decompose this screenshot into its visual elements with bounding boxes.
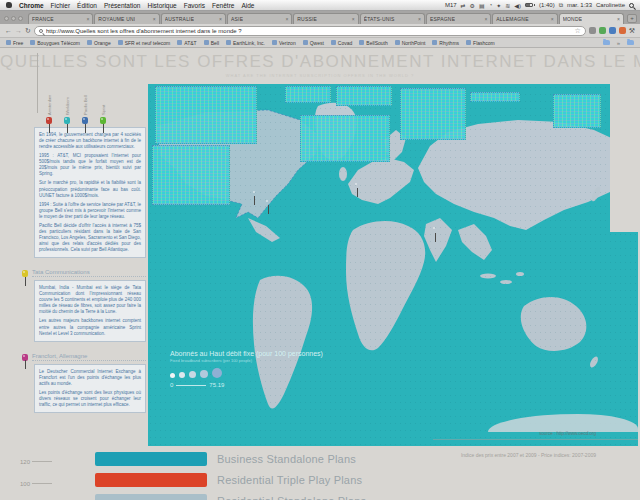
- intro-paragraph: 1994 : Suite à l'offre de service lancée…: [39, 202, 141, 220]
- menu-item[interactable]: Fichier: [51, 2, 71, 9]
- tab-close-icon[interactable]: ×: [551, 16, 554, 22]
- bookmark-item[interactable]: SFR et neuf telecom: [118, 40, 171, 46]
- address-bar[interactable]: http://www.Quelles sont les offres d'abo…: [34, 26, 586, 36]
- browser-tab[interactable]: ÉTATS-UNIS ×: [360, 13, 425, 24]
- bookmark-item[interactable]: Free: [6, 40, 23, 46]
- browser-tab[interactable]: ALLEMAGNE ×: [492, 13, 557, 24]
- new-tab-button[interactable]: +: [627, 14, 637, 23]
- browser-tab[interactable]: ESPAGNE ×: [426, 13, 491, 24]
- bookmark-item[interactable]: Covad: [331, 40, 352, 46]
- map-source: source : http://www.oecd.org: [539, 431, 596, 436]
- tab-close-icon[interactable]: ×: [352, 16, 355, 22]
- tab-close-icon[interactable]: ×: [219, 16, 222, 22]
- volume-icon[interactable]: ◀): [514, 2, 521, 9]
- menu-item[interactable]: Présentation: [104, 2, 141, 9]
- bluetooth-icon[interactable]: ✦: [496, 2, 501, 9]
- bookmark-item[interactable]: Rhythms: [432, 40, 459, 46]
- map-pin-icon: [22, 270, 28, 277]
- menubar-clock[interactable]: mar. 1:33: [567, 2, 592, 8]
- favicon: [331, 40, 336, 45]
- other-bookmarks-folder-icon[interactable]: [627, 40, 634, 45]
- bookmark-item[interactable]: Flashcom: [466, 40, 495, 46]
- keyboard-status[interactable]: M17: [445, 2, 457, 8]
- map-annotation-patch: [553, 94, 601, 128]
- extension-icon[interactable]: [599, 27, 606, 34]
- grid-icon[interactable]: ▤: [479, 2, 485, 9]
- settings-icon[interactable]: ⚙: [470, 2, 475, 9]
- spotlight-search-icon[interactable]: [629, 3, 634, 8]
- battery-time: (1:40): [539, 2, 555, 8]
- section-paragraph: Le Deutscher Commercial Internet Exchang…: [39, 369, 141, 387]
- browser-tab[interactable]: ASIE ×: [227, 13, 292, 24]
- tab-close-icon[interactable]: ×: [484, 16, 487, 22]
- favicon: [272, 40, 277, 45]
- scale-max: 75.19: [209, 382, 224, 388]
- apple-menu-icon[interactable]: [6, 2, 12, 8]
- section-paragraph: Mumbai, India - Mumbai est le siège de T…: [39, 285, 141, 315]
- plan-color-bar: [95, 494, 207, 500]
- favicon: [466, 40, 471, 45]
- macos-menubar: Chrome FichierÉditionPrésentationHistori…: [0, 0, 640, 11]
- timemachine-icon[interactable]: ◔: [489, 2, 493, 8]
- tab-close-icon[interactable]: ×: [418, 16, 421, 22]
- scale-min: 0: [170, 382, 173, 388]
- bookmarks-overflow-icon[interactable]: »: [617, 40, 620, 46]
- browser-tab[interactable]: AUSTRALIE ×: [161, 13, 226, 24]
- window-minimize-button[interactable]: [11, 16, 16, 21]
- sync-icon[interactable]: ⇄: [461, 2, 466, 9]
- plan-legend-row: Residential Standalone Plans: [95, 494, 366, 500]
- app-menu[interactable]: Chrome: [19, 2, 44, 9]
- axis-tick: 100: [16, 478, 52, 489]
- intro-paragraph: En 1994, le gouvernement chargea par 4 s…: [39, 132, 141, 150]
- reload-button[interactable]: ↻: [25, 27, 31, 34]
- extension-icon[interactable]: [619, 27, 626, 34]
- plan-legend-row: Business Standalone Plans: [95, 452, 366, 466]
- bookmark-item[interactable]: Qwest: [303, 40, 324, 46]
- extension-icon[interactable]: [609, 27, 616, 34]
- menu-item[interactable]: Favoris: [184, 2, 205, 9]
- source-divider: [433, 439, 638, 440]
- browser-tab[interactable]: ROYAUME UNI ×: [94, 13, 159, 24]
- tab-close-icon[interactable]: ×: [617, 16, 620, 22]
- back-button[interactable]: ←: [5, 27, 12, 34]
- bookmark-item[interactable]: EarthLink, Inc.: [226, 40, 265, 46]
- bookmark-item[interactable]: Bouygues Télécom: [30, 40, 80, 46]
- bookmarks-folder-icon[interactable]: [603, 40, 610, 45]
- bookmark-item[interactable]: BellSouth: [359, 40, 387, 46]
- provider-label: Worldcom: [65, 89, 70, 115]
- browser-tab[interactable]: FRANCE ×: [28, 13, 93, 24]
- favicon: [432, 40, 437, 45]
- chrome-menu-wrench-icon[interactable]: ⚒: [629, 27, 635, 35]
- bookmark-star-icon[interactable]: ☆: [574, 27, 580, 34]
- window-zoom-button[interactable]: [18, 16, 23, 21]
- forward-button[interactable]: →: [15, 27, 22, 34]
- browser-tab[interactable]: MONDE ×: [559, 13, 624, 24]
- browser-tab[interactable]: RUSSIE ×: [293, 13, 358, 24]
- battery-icon[interactable]: [525, 3, 535, 7]
- menu-item[interactable]: Aide: [241, 2, 254, 9]
- menubar-user[interactable]: Carolinette: [596, 2, 625, 8]
- wifi-icon[interactable]: ≋: [505, 2, 510, 9]
- section-paragraph: Les points d'échange sont des lieux phys…: [39, 390, 141, 408]
- sidebar: Amsterdam Worldcom Pacific Bell Sprint: [34, 78, 146, 413]
- tab-close-icon[interactable]: ×: [86, 16, 89, 22]
- bookmark-item[interactable]: Bell: [204, 40, 219, 46]
- tab-close-icon[interactable]: ×: [285, 16, 288, 22]
- menu-item[interactable]: Édition: [77, 2, 97, 9]
- extension-icon[interactable]: [589, 27, 596, 34]
- browser-tabstrip: FRANCE × ROYAUME UNI × AUSTRALIE × ASIE …: [0, 11, 640, 24]
- menu-item[interactable]: Historique: [147, 2, 176, 9]
- url-text[interactable]: http://www.Quelles sont les offres d'abo…: [46, 28, 572, 34]
- legend-circle: [170, 373, 175, 378]
- displays-icon[interactable]: ⧉: [559, 2, 563, 9]
- bookmark-item[interactable]: AT&T: [177, 40, 196, 46]
- legend-circle: [212, 368, 222, 378]
- window-close-button[interactable]: [4, 16, 9, 21]
- tab-close-icon[interactable]: ×: [153, 16, 156, 22]
- menu-item[interactable]: Fenêtre: [212, 2, 234, 9]
- bookmark-item[interactable]: NorthPoint: [395, 40, 426, 46]
- browser-toolbar: ← → ↻ http://www.Quelles sont les offres…: [0, 24, 640, 38]
- bookmark-item[interactable]: Verizon: [272, 40, 296, 46]
- favicon: [226, 40, 231, 45]
- bookmark-item[interactable]: Orange: [87, 40, 111, 46]
